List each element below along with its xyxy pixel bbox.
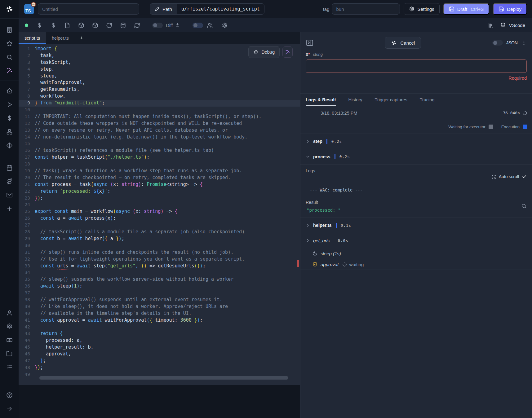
code-line[interactable]: 42 [19, 324, 300, 331]
draft-button[interactable]: Draft Ctrl+S [443, 3, 490, 15]
step-row-helper[interactable]: helper.ts 0.1s [300, 218, 532, 233]
ai-assistant-button[interactable] [282, 46, 293, 58]
add-tab-button[interactable]: + [75, 32, 88, 44]
sidebar-item-resources[interactable] [4, 125, 15, 139]
code-line[interactable]: 39 // Like sleep(), it does not hold a w… [19, 303, 300, 310]
collapse-panel-icon[interactable] [306, 39, 314, 47]
sidebar-item-settings[interactable] [4, 319, 15, 333]
sidebar-item-search[interactable] [4, 50, 15, 64]
code-line[interactable]: 45 helper_result: b, [19, 344, 300, 351]
code-line[interactable]: 8 workflow, [19, 93, 300, 100]
path-edit-button[interactable]: Path [150, 4, 177, 14]
code-line[interactable]: 4 step, [19, 66, 300, 73]
tab-trigger-captures[interactable]: Trigger captures [375, 94, 407, 106]
code-line[interactable]: 19// task() wraps a function as a workfl… [19, 168, 300, 174]
refresh-icon[interactable] [134, 22, 140, 29]
json-toggle[interactable] [492, 40, 503, 46]
code-line[interactable]: 46 approval, [19, 351, 300, 358]
sidebar-item-workers[interactable] [4, 333, 15, 347]
code-line[interactable]: 12// Code outside these wrappers is NOT … [19, 120, 300, 127]
debug-button[interactable]: Debug [248, 46, 280, 58]
database-icon[interactable] [120, 22, 126, 29]
code-line[interactable]: 43 return { [19, 330, 300, 337]
code-line[interactable]: 23}); [19, 195, 300, 202]
code-line[interactable]: 33 const urls = await step("get_urls", (… [19, 263, 300, 270]
code-line[interactable]: 29 const b = await helper({ a }); [19, 235, 300, 242]
sidebar-item-favorites[interactable] [4, 37, 15, 50]
step-row-get-urls[interactable]: get_urls 0.0s [300, 233, 532, 248]
sidebar-expand[interactable] [4, 402, 15, 416]
sidebar-item-help[interactable] [4, 388, 15, 402]
package-icon[interactable] [78, 22, 84, 29]
code-line[interactable]: 7 getResumeUrls, [19, 86, 300, 93]
code-line[interactable]: 40 // available in the timeline step's d… [19, 310, 300, 317]
code-line[interactable]: 14// non-deterministic logic (e.g. Date.… [19, 134, 300, 141]
diff-toggle[interactable] [152, 23, 163, 28]
code-line[interactable]: 36 await sleep(1); [19, 283, 300, 290]
code-line[interactable]: 48}); [19, 364, 300, 371]
code-line[interactable]: 35 // sleep() suspends the workflow serv… [19, 276, 300, 283]
kebab-menu-icon[interactable] [521, 40, 527, 46]
code-line[interactable]: 10 [19, 107, 300, 113]
code-line[interactable]: 15 [19, 140, 300, 147]
tab-logs-result[interactable]: Logs & Result [306, 94, 336, 106]
tab-helper-ts[interactable]: helper.ts [46, 32, 75, 44]
code-line[interactable]: 24 [19, 201, 300, 208]
code-line[interactable]: 11// IMPORTANT: All computation must hap… [19, 113, 300, 120]
tab-script-ts[interactable]: script.ts [19, 32, 46, 44]
code-line[interactable]: 6 waitForApproval, [19, 79, 300, 86]
code-line[interactable]: 30 [19, 242, 300, 249]
check-icon[interactable] [522, 174, 527, 179]
sidebar-item-runs[interactable] [4, 98, 15, 111]
vscode-button[interactable]: VScode [500, 22, 525, 28]
step-row-step[interactable]: step 0.2s [300, 134, 532, 149]
code-line[interactable]: 26 const a = await process(x); [19, 215, 300, 222]
code-line[interactable]: 22 return `processed: ${x}`; [19, 188, 300, 195]
horizontal-scrollbar[interactable] [39, 376, 288, 380]
tag-input[interactable] [332, 3, 400, 15]
code-line[interactable]: 27 [19, 222, 300, 229]
sidebar-item-schedules[interactable] [4, 161, 15, 174]
code-line[interactable]: 20// The result is checkpointed – on ret… [19, 174, 300, 181]
script-file-icon[interactable] [64, 22, 70, 29]
code-line[interactable]: 25export const main = workflow(async (x:… [19, 208, 300, 215]
tab-history[interactable]: History [348, 94, 362, 106]
cancel-run-button[interactable]: Cancel [385, 37, 421, 49]
code-line[interactable]: 28 // taskScript() calls a module file a… [19, 229, 300, 235]
code-line[interactable]: 16// taskScript() references a module fi… [19, 147, 300, 154]
sidebar-item-audit-logs[interactable] [4, 360, 15, 374]
code-line[interactable]: 38 // waitForApproval() suspends until a… [19, 297, 300, 303]
code-line[interactable]: 31 // step() runs inline code and checkp… [19, 249, 300, 256]
resources-icon[interactable] [50, 22, 56, 29]
code-line[interactable]: 41 const approval = await waitForApprova… [19, 317, 300, 324]
code-line[interactable]: 47 }; [19, 358, 300, 364]
arg-x-input[interactable] [306, 59, 527, 73]
code-line[interactable]: 32 // Use it for lightweight operations … [19, 256, 300, 263]
users-icon[interactable] [207, 22, 213, 29]
sidebar-item-ai[interactable] [4, 64, 15, 77]
sidebar-item-inbox[interactable] [4, 188, 15, 202]
code-line[interactable]: 13// on every resume or retry. Never put… [19, 127, 300, 134]
script-name-input[interactable] [38, 3, 139, 15]
code-line[interactable]: 3 taskScript, [19, 59, 300, 66]
windmill-logo[interactable] [0, 0, 19, 19]
substep-row-sleep[interactable]: sleep (1s) [300, 248, 532, 259]
code-line[interactable]: 17const helper = taskScript("./helper.ts… [19, 154, 300, 161]
sidebar-item-variables[interactable] [4, 111, 15, 125]
step-row-process[interactable]: process 0.2s [300, 149, 532, 164]
code-editor[interactable]: 1import {2 task,3 taskScript,4 step,5 sl… [19, 44, 300, 385]
code-lines[interactable]: 1import {2 task,3 taskScript,4 step,5 sl… [19, 44, 300, 378]
deploy-button[interactable]: Deploy [493, 3, 527, 15]
variables-icon[interactable] [36, 22, 42, 29]
tab-tracing[interactable]: Tracing [420, 94, 435, 106]
code-line[interactable]: 9} from "windmill-client"; [19, 100, 300, 107]
gear-icon[interactable] [222, 22, 228, 29]
collab-toggle[interactable] [193, 23, 203, 28]
sidebar-item-add[interactable] [4, 202, 15, 215]
sidebar-item-folders[interactable] [4, 347, 15, 360]
sidebar-item-workspace[interactable] [4, 23, 15, 37]
expand-icon[interactable] [491, 174, 496, 179]
code-line[interactable]: 37 [19, 290, 300, 297]
rotate-icon[interactable] [106, 22, 112, 29]
sidebar-item-users[interactable] [4, 306, 15, 319]
